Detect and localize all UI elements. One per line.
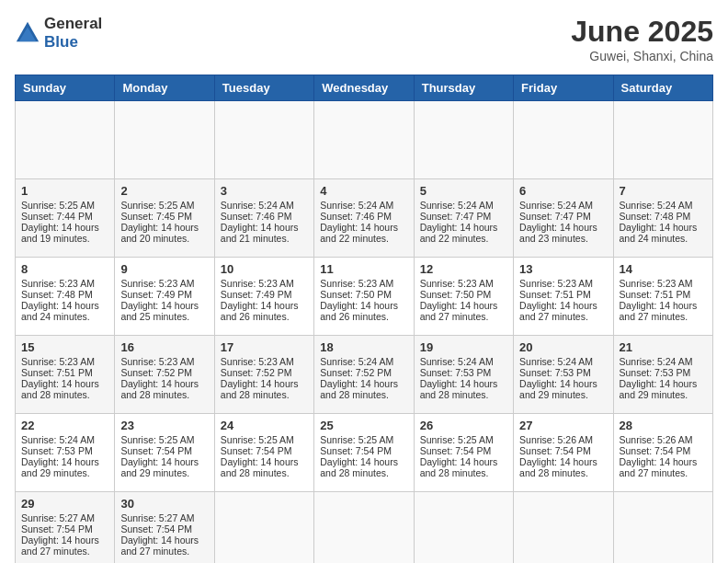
cell-info: Sunrise: 5:23 AM [320, 278, 407, 289]
cell-2-2: 2Sunrise: 5:25 AMSunset: 7:45 PMDaylight… [115, 179, 214, 258]
cell-info: Sunset: 7:48 PM [620, 211, 707, 222]
cell-info: Daylight: 14 hours [21, 222, 108, 233]
logo-general: General [44, 15, 102, 32]
cell-info: and 28 minutes. [120, 389, 208, 400]
cell-info: and 28 minutes. [221, 467, 308, 478]
cell-5-7: 28Sunrise: 5:26 AMSunset: 7:54 PMDayligh… [613, 414, 712, 492]
cell-info: and 27 minutes. [620, 467, 707, 478]
cell-info: Sunrise: 5:23 AM [21, 278, 108, 289]
cell-info: Sunset: 7:49 PM [120, 289, 208, 300]
logo-icon [15, 20, 40, 46]
cell-info: Daylight: 14 hours [420, 300, 507, 311]
cell-info: Daylight: 14 hours [320, 378, 407, 389]
column-header-monday: Monday [115, 75, 214, 101]
cell-info: Sunset: 7:47 PM [420, 211, 507, 222]
cell-info: and 27 minutes. [420, 311, 507, 322]
cell-1-6 [514, 101, 613, 179]
cell-info: Daylight: 14 hours [420, 378, 507, 389]
cell-info: and 25 minutes. [120, 311, 208, 322]
cell-info: Sunset: 7:49 PM [221, 289, 308, 300]
day-number: 29 [21, 497, 108, 511]
day-number: 4 [320, 184, 407, 198]
cell-info: Sunset: 7:54 PM [221, 445, 308, 456]
cell-info: and 24 minutes. [21, 311, 108, 322]
cell-info: Sunrise: 5:24 AM [620, 200, 707, 211]
cell-3-6: 13Sunrise: 5:23 AMSunset: 7:51 PMDayligh… [514, 258, 613, 336]
day-number: 21 [620, 340, 707, 354]
day-number: 27 [519, 419, 607, 432]
cell-info: Daylight: 14 hours [221, 456, 308, 467]
cell-info: Sunrise: 5:24 AM [320, 356, 407, 367]
calendar-location: Guwei, Shanxi, China [571, 49, 713, 63]
day-number: 1 [21, 184, 108, 198]
cell-2-1: 1Sunrise: 5:25 AMSunset: 7:44 PMDaylight… [16, 179, 115, 258]
cell-info: Sunset: 7:50 PM [320, 289, 407, 300]
cell-info: and 28 minutes. [21, 389, 108, 400]
cell-info: Sunrise: 5:26 AM [519, 434, 607, 445]
cell-info: Sunset: 7:52 PM [320, 367, 407, 378]
week-row-2: 1Sunrise: 5:25 AMSunset: 7:44 PMDaylight… [16, 179, 713, 258]
cell-6-2: 30Sunrise: 5:27 AMSunset: 7:54 PMDayligh… [115, 492, 214, 564]
cell-5-3: 24Sunrise: 5:25 AMSunset: 7:54 PMDayligh… [214, 414, 313, 492]
cell-info: Sunset: 7:51 PM [21, 367, 108, 378]
cell-info: Sunrise: 5:23 AM [120, 356, 208, 367]
cell-info: Daylight: 14 hours [620, 222, 707, 233]
cell-4-4: 18Sunrise: 5:24 AMSunset: 7:52 PMDayligh… [314, 336, 414, 414]
cell-info: and 28 minutes. [420, 389, 507, 400]
cell-5-6: 27Sunrise: 5:26 AMSunset: 7:54 PMDayligh… [514, 414, 613, 492]
cell-info: Daylight: 14 hours [120, 300, 208, 311]
cell-5-2: 23Sunrise: 5:25 AMSunset: 7:54 PMDayligh… [115, 414, 214, 492]
calendar-title: June 2025 [571, 15, 713, 49]
cell-1-7 [613, 101, 712, 179]
cell-4-7: 21Sunrise: 5:24 AMSunset: 7:53 PMDayligh… [613, 336, 712, 414]
cell-info: Sunrise: 5:24 AM [320, 200, 407, 211]
cell-info: Sunset: 7:53 PM [21, 445, 108, 456]
cell-5-4: 25Sunrise: 5:25 AMSunset: 7:54 PMDayligh… [314, 414, 414, 492]
cell-info: Daylight: 14 hours [420, 222, 507, 233]
day-number: 13 [519, 262, 607, 276]
cell-info: Sunset: 7:52 PM [120, 367, 208, 378]
cell-info: Sunrise: 5:23 AM [420, 278, 507, 289]
cell-info: Daylight: 14 hours [519, 378, 607, 389]
cell-info: Daylight: 14 hours [620, 300, 707, 311]
cell-1-2 [115, 101, 214, 179]
cell-info: Sunset: 7:47 PM [519, 211, 607, 222]
cell-info: Sunset: 7:46 PM [320, 211, 407, 222]
day-number: 5 [420, 184, 507, 198]
week-row-3: 8Sunrise: 5:23 AMSunset: 7:48 PMDaylight… [16, 258, 713, 336]
day-number: 24 [221, 419, 308, 432]
cell-info: Sunrise: 5:27 AM [120, 512, 208, 523]
cell-info: and 19 minutes. [21, 233, 108, 244]
week-row-4: 15Sunrise: 5:23 AMSunset: 7:51 PMDayligh… [16, 336, 713, 414]
cell-info: Daylight: 14 hours [221, 222, 308, 233]
cell-info: Sunset: 7:50 PM [420, 289, 507, 300]
cell-4-5: 19Sunrise: 5:24 AMSunset: 7:53 PMDayligh… [414, 336, 513, 414]
logo-blue: Blue [44, 33, 78, 51]
cell-2-5: 5Sunrise: 5:24 AMSunset: 7:47 PMDaylight… [414, 179, 513, 258]
column-header-thursday: Thursday [414, 75, 513, 101]
day-number: 26 [420, 419, 507, 432]
cell-info: Daylight: 14 hours [320, 222, 407, 233]
cell-info: Daylight: 14 hours [320, 456, 407, 467]
cell-4-2: 16Sunrise: 5:23 AMSunset: 7:52 PMDayligh… [115, 336, 214, 414]
cell-info: Daylight: 14 hours [620, 378, 707, 389]
cell-3-1: 8Sunrise: 5:23 AMSunset: 7:48 PMDaylight… [16, 258, 115, 336]
column-header-friday: Friday [514, 75, 613, 101]
cell-info: and 28 minutes. [420, 467, 507, 478]
cell-5-1: 22Sunrise: 5:24 AMSunset: 7:53 PMDayligh… [16, 414, 115, 492]
cell-2-4: 4Sunrise: 5:24 AMSunset: 7:46 PMDaylight… [314, 179, 414, 258]
cell-3-3: 10Sunrise: 5:23 AMSunset: 7:49 PMDayligh… [214, 258, 313, 336]
cell-info: Daylight: 14 hours [519, 300, 607, 311]
calendar-header-row: SundayMondayTuesdayWednesdayThursdayFrid… [16, 75, 713, 101]
cell-info: and 26 minutes. [320, 311, 407, 322]
cell-info: Sunrise: 5:25 AM [320, 434, 407, 445]
cell-info: Sunset: 7:48 PM [21, 289, 108, 300]
day-number: 7 [620, 184, 707, 198]
cell-info: Daylight: 14 hours [120, 378, 208, 389]
cell-info: Sunrise: 5:24 AM [221, 200, 308, 211]
cell-1-1 [16, 101, 115, 179]
cell-4-1: 15Sunrise: 5:23 AMSunset: 7:51 PMDayligh… [16, 336, 115, 414]
cell-info: Sunset: 7:53 PM [420, 367, 507, 378]
cell-info: Daylight: 14 hours [21, 378, 108, 389]
day-number: 14 [620, 262, 707, 276]
